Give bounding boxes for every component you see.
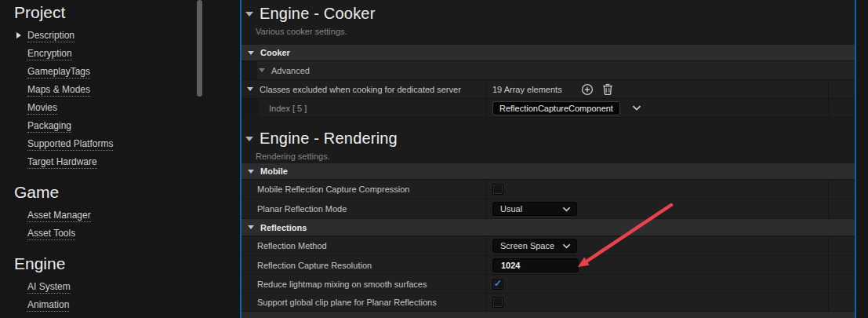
caret-down-icon[interactable] [247, 87, 253, 91]
property-label: Index [ 5 ] [242, 99, 487, 117]
section-engine-cooker: Engine - Cooker Various cooker settings. [242, 0, 855, 45]
property-label: Classes excluded when cooking for dedica… [242, 80, 487, 98]
advanced-expander-row[interactable]: Advanced [242, 61, 855, 80]
mobile-reflection-capture-compression-checkbox[interactable] [492, 184, 503, 195]
sidebar-game-items: Asset Manager Asset Tools [0, 207, 223, 243]
property-value [487, 256, 855, 274]
reduce-lightmap-mixing-checkbox[interactable] [492, 279, 503, 290]
trash-icon [602, 83, 613, 96]
row-support-global-clip-plane: Support global clip plane for Planar Ref… [242, 294, 855, 312]
column-divider [828, 180, 829, 199]
settings-detail-panel: Engine - Cooker Various cooker settings.… [240, 0, 856, 318]
section-subtitle: Rendering settings. [256, 152, 855, 161]
sidebar-engine-items: AI System Animation Animation Modifiers [0, 278, 223, 318]
caret-down-icon [248, 225, 254, 229]
section-title: Engine - Cooker [260, 5, 376, 23]
next-category-header-partial [242, 312, 855, 318]
sidebar-item-maps-modes[interactable]: Maps & Modes [0, 81, 223, 99]
sidebar-item-asset-manager[interactable]: Asset Manager [0, 207, 223, 225]
property-value [487, 180, 855, 199]
caret-down-icon [248, 51, 254, 55]
property-label: Planar Reflection Mode [242, 199, 487, 218]
property-label: Reflection Capture Resolution [242, 256, 487, 274]
section-gap [242, 118, 855, 125]
row-planar-reflection-mode: Planar Reflection Mode Usual [242, 199, 855, 219]
add-array-element-button[interactable] [581, 83, 594, 96]
property-value: Usual [487, 199, 855, 218]
support-global-clip-plane-checkbox[interactable] [492, 297, 503, 308]
sidebar-item-encryption[interactable]: Encryption [0, 45, 223, 63]
row-reflection-method: Reflection Method Screen Space [242, 236, 855, 256]
chevron-down-icon [562, 243, 571, 249]
clear-array-button[interactable] [602, 83, 613, 96]
column-divider [828, 80, 829, 98]
section-engine-rendering: Engine - Rendering Rendering settings. [242, 125, 855, 163]
sidebar-section-project: Project [0, 0, 223, 23]
column-divider [828, 294, 829, 311]
chevron-down-icon [562, 207, 571, 212]
caret-down-icon[interactable] [245, 12, 253, 16]
column-divider [828, 236, 829, 255]
plus-circle-icon [581, 83, 594, 96]
sidebar-item-supported-platforms[interactable]: Supported Platforms [0, 135, 223, 153]
property-label: Reduce lightmap mixing on smooth surface… [242, 275, 487, 293]
row-array-index-5: Index [ 5 ] ReflectionCaptureComponent [242, 99, 855, 118]
sidebar-item-asset-tools[interactable]: Asset Tools [0, 225, 223, 243]
sidebar-item-animation[interactable]: Animation [0, 296, 223, 314]
property-label: Mobile Reflection Capture Compression [242, 180, 487, 199]
reflection-capture-resolution-input[interactable] [492, 258, 579, 272]
category-header-mobile[interactable]: Mobile [242, 163, 855, 180]
category-header-cooker[interactable]: Cooker [242, 45, 855, 61]
sidebar-item-ai-system[interactable]: AI System [0, 278, 223, 296]
property-value: 19 Array elements [487, 80, 855, 98]
property-value [487, 294, 855, 311]
section-subtitle: Various cooker settings. [256, 27, 855, 36]
column-divider [828, 99, 829, 117]
reflection-method-dropdown[interactable]: Screen Space [492, 239, 577, 253]
chevron-down-icon[interactable] [632, 105, 641, 111]
sidebar-item-target-hardware[interactable]: Target Hardware [0, 153, 223, 171]
sidebar-project-items: Description Encryption GameplayTags Maps… [0, 27, 223, 171]
sidebar-section-engine: Engine [0, 254, 223, 274]
row-reflection-capture-resolution: Reflection Capture Resolution [242, 256, 855, 275]
sidebar-section-game: Game [0, 182, 223, 203]
column-divider [828, 256, 829, 274]
sidebar-scrollbar[interactable] [197, 0, 202, 97]
caret-down-icon [248, 170, 254, 174]
sidebar-item-movies[interactable]: Movies [0, 99, 223, 117]
category-header-reflections[interactable]: Reflections [242, 219, 855, 236]
row-mobile-reflection-capture-compression: Mobile Reflection Capture Compression [242, 180, 855, 199]
section-title: Engine - Rendering [260, 130, 398, 148]
property-value [487, 275, 855, 293]
property-label: Support global clip plane for Planar Ref… [242, 294, 487, 311]
property-label: Reflection Method [242, 236, 487, 255]
property-value: Screen Space [487, 236, 855, 255]
column-divider [828, 275, 829, 293]
sidebar-item-gameplaytags[interactable]: GameplayTags [0, 63, 223, 81]
array-elements-count: 19 Array elements [492, 85, 562, 94]
sidebar-item-packaging[interactable]: Packaging [0, 117, 223, 135]
column-divider [828, 199, 829, 218]
sidebar-item-description[interactable]: Description [0, 27, 223, 45]
caret-down-icon[interactable] [245, 137, 253, 141]
settings-nav-sidebar: Project Description Encryption GameplayT… [0, 0, 223, 318]
property-value: ReflectionCaptureComponent [487, 99, 855, 117]
planar-reflection-mode-dropdown[interactable]: Usual [492, 202, 577, 216]
caret-down-icon [259, 68, 265, 72]
class-picker-combobox[interactable]: ReflectionCaptureComponent [492, 101, 620, 115]
row-reduce-lightmap-mixing: Reduce lightmap mixing on smooth surface… [242, 275, 855, 294]
row-classes-excluded: Classes excluded when cooking for dedica… [242, 80, 855, 99]
sidebar-item-animation-modifiers[interactable]: Animation Modifiers [0, 314, 223, 318]
caret-right-icon [16, 32, 21, 38]
